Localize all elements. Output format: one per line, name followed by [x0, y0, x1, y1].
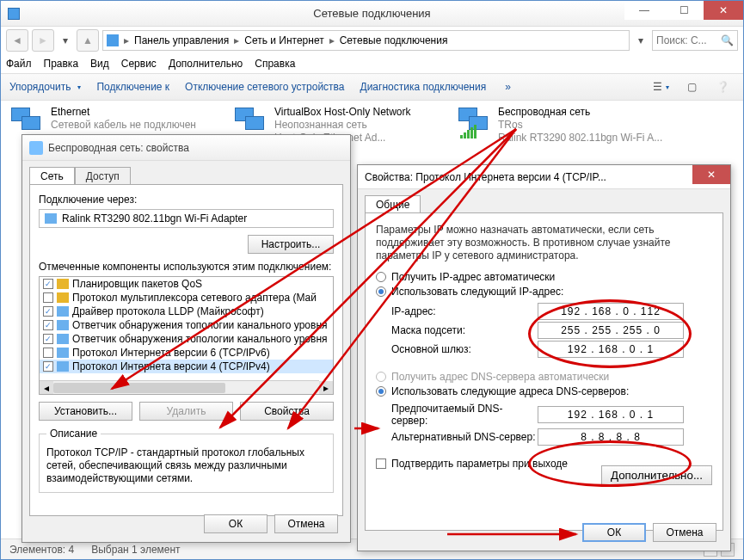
horizontal-scrollbar[interactable]: ◂ ▸ — [40, 380, 319, 394]
menu-bar: Файл Правка Вид Сервис Дополнительно Спр… — [1, 54, 743, 73]
checkbox[interactable]: ✓ — [43, 306, 53, 317]
refresh-dropdown[interactable]: ▾ — [633, 29, 649, 52]
checkbox[interactable] — [43, 292, 53, 303]
gateway-input[interactable]: 192 . 168 . 0 . 1 — [538, 341, 684, 358]
list-item[interactable]: ✓Драйвер протокола LLDP (Майкрософт) — [40, 305, 333, 318]
organize-button[interactable]: Упорядочить — [9, 81, 81, 93]
item-label: Ответчик обнаружения топологии канальног… — [72, 333, 328, 345]
forward-button[interactable]: ► — [32, 29, 54, 52]
search-icon: 🔍 — [721, 34, 734, 46]
menu-extra[interactable]: Дополнительно — [169, 58, 243, 70]
adapter-field: Ralink RT3290 802.11bgn Wi-Fi Adapter — [39, 209, 334, 228]
adapter-icon — [45, 213, 57, 224]
components-label: Отмеченные компоненты используются этим … — [39, 261, 334, 273]
protocol-icon — [57, 279, 69, 289]
dns2-label: Альтернативный DNS-сервер: — [391, 431, 538, 443]
menu-view[interactable]: Вид — [90, 58, 109, 70]
item-label: Протокол Интернета версии 6 (TCP/IPv6) — [72, 347, 270, 359]
status-selected: Выбран 1 элемент — [91, 544, 180, 556]
maximize-button[interactable]: ☐ — [664, 1, 704, 20]
close-button[interactable]: ✕ — [692, 165, 730, 184]
tab-general[interactable]: Общие — [365, 195, 421, 213]
checkbox[interactable]: ✓ — [43, 279, 53, 289]
wireless-properties-dialog: Беспроводная сеть: свойства Сеть Доступ … — [22, 134, 351, 543]
radio-auto-dns: Получить адрес DNS-сервера автоматически — [376, 371, 712, 383]
dialog-titlebar: Свойства: Протокол Интернета версии 4 (T… — [358, 165, 730, 189]
diagnose-button[interactable]: Диагностика подключения — [360, 81, 487, 93]
titlebar: Сетевые подключения — ☐ ✕ — [1, 1, 743, 27]
menu-file[interactable]: Файл — [6, 58, 32, 70]
close-button[interactable]: ✕ — [704, 1, 743, 20]
up-button[interactable]: ▲ — [77, 29, 99, 52]
list-item[interactable]: ✓Планировщик пакетов QoS — [40, 277, 333, 291]
checkbox[interactable] — [43, 348, 53, 358]
protocol-icon — [57, 348, 69, 358]
minimize-button[interactable]: — — [624, 1, 664, 20]
search-input[interactable] — [656, 34, 721, 46]
list-item[interactable]: Протокол Интернета версии 6 (TCP/IPv6) — [40, 346, 333, 360]
alternate-dns-input[interactable]: 8 . 8 . 8 . 8 — [538, 428, 684, 446]
gateway-label: Основной шлюз: — [391, 343, 538, 355]
menu-help[interactable]: Справка — [255, 58, 295, 70]
wifi-adapter-icon — [457, 106, 491, 140]
configure-button[interactable]: Настроить... — [248, 235, 334, 254]
list-item[interactable]: ✓Ответчик обнаружения топологии канально… — [40, 332, 333, 346]
install-button[interactable]: Установить... — [39, 402, 132, 421]
protocol-icon — [57, 292, 69, 303]
protocol-icon — [57, 320, 69, 330]
wifi-icon — [29, 141, 43, 155]
dialog-titlebar: Беспроводная сеть: свойства — [22, 135, 350, 161]
disable-device-button[interactable]: Отключение сетевого устройства — [185, 81, 344, 93]
note-text: Параметры IP можно назначать автоматичес… — [376, 224, 712, 262]
item-label: Драйвер протокола LLDP (Майкрософт) — [72, 305, 264, 317]
list-item[interactable]: ✓Протокол Интернета версии 4 (TCP/IPv4) — [40, 360, 333, 373]
radio-auto-ip[interactable]: Получить IP-адрес автоматически — [376, 271, 712, 283]
cancel-button[interactable]: Отмена — [653, 523, 716, 542]
item-label: Ответчик обнаружения топологии канальног… — [72, 319, 328, 331]
more-chevron[interactable]: » — [505, 81, 511, 93]
preferred-dns-input[interactable]: 192 . 168 . 0 . 1 — [538, 406, 684, 423]
history-dropdown[interactable]: ▾ — [58, 29, 73, 52]
mask-label: Маска подсети: — [391, 324, 538, 336]
ip-address-input[interactable]: 192 . 168 . 0 . 112 — [538, 303, 684, 320]
radio-manual-ip[interactable]: Использовать следующий IP-адрес: — [376, 286, 712, 298]
back-button[interactable]: ◄ — [6, 29, 28, 52]
advanced-button[interactable]: Дополнительно... — [601, 465, 712, 485]
window-title: Сетевые подключения — [313, 7, 430, 20]
scroll-left-icon[interactable]: ◂ — [40, 381, 53, 395]
list-item[interactable]: ✓Ответчик обнаружения топологии канально… — [40, 318, 333, 332]
scroll-thumb[interactable] — [53, 383, 225, 393]
connect-via-label: Подключение через: — [39, 194, 334, 206]
menu-service[interactable]: Сервис — [121, 58, 157, 70]
subnet-mask-input[interactable]: 255 . 255 . 255 . 0 — [538, 322, 684, 339]
status-count: Элементов: 4 — [9, 544, 74, 556]
properties-button[interactable]: Свойства — [240, 402, 334, 421]
search-box[interactable]: 🔍 — [652, 30, 738, 51]
help-icon[interactable]: ❔ — [710, 77, 735, 96]
list-item[interactable]: Протокол мультиплексора сетевого адаптер… — [40, 291, 333, 305]
cancel-button[interactable]: Отмена — [274, 514, 338, 533]
protocol-icon — [57, 361, 69, 372]
breadcrumb[interactable]: ▸ Панель управления ▸ Сеть и Интернет ▸ … — [102, 30, 630, 51]
remove-button: Удалить — [139, 402, 233, 421]
radio-manual-dns[interactable]: Использовать следующие адреса DNS-сервер… — [376, 385, 712, 397]
preview-pane-icon[interactable]: ▢ — [679, 77, 704, 96]
connection-wireless[interactable]: Беспроводная сетьTRosRalink RT3290 802.1… — [457, 106, 680, 145]
view-options-icon[interactable]: ☰ — [649, 77, 673, 96]
protocol-icon — [57, 334, 69, 344]
network-icon — [107, 34, 119, 46]
components-list[interactable]: ✓Планировщик пакетов QoSПротокол мультип… — [39, 276, 334, 395]
dns1-label: Предпочитаемый DNS-сервер: — [391, 403, 538, 427]
ok-button[interactable]: ОК — [204, 514, 267, 533]
item-label: Протокол мультиплексора сетевого адаптер… — [72, 292, 317, 304]
checkbox[interactable]: ✓ — [43, 334, 53, 344]
checkbox[interactable]: ✓ — [43, 320, 53, 330]
menu-edit[interactable]: Правка — [44, 58, 79, 70]
item-label: Планировщик пакетов QoS — [72, 278, 202, 290]
tab-network[interactable]: Сеть — [29, 167, 75, 185]
ok-button[interactable]: ОК — [582, 523, 646, 542]
connect-to-button[interactable]: Подключение к — [96, 81, 169, 93]
checkbox[interactable]: ✓ — [43, 361, 53, 372]
tab-access[interactable]: Доступ — [75, 167, 131, 185]
scroll-right-icon[interactable]: ▸ — [319, 381, 333, 395]
